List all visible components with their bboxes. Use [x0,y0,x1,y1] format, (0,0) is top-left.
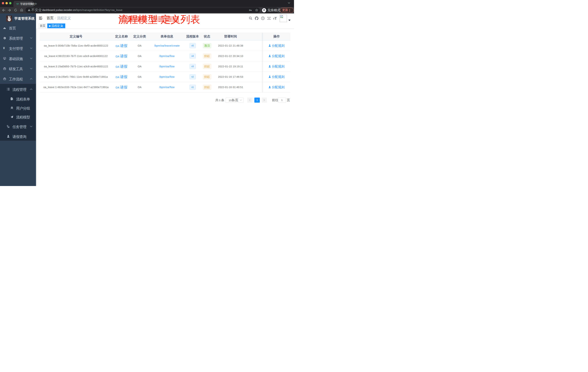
svg-text:?: ? [262,17,263,19]
